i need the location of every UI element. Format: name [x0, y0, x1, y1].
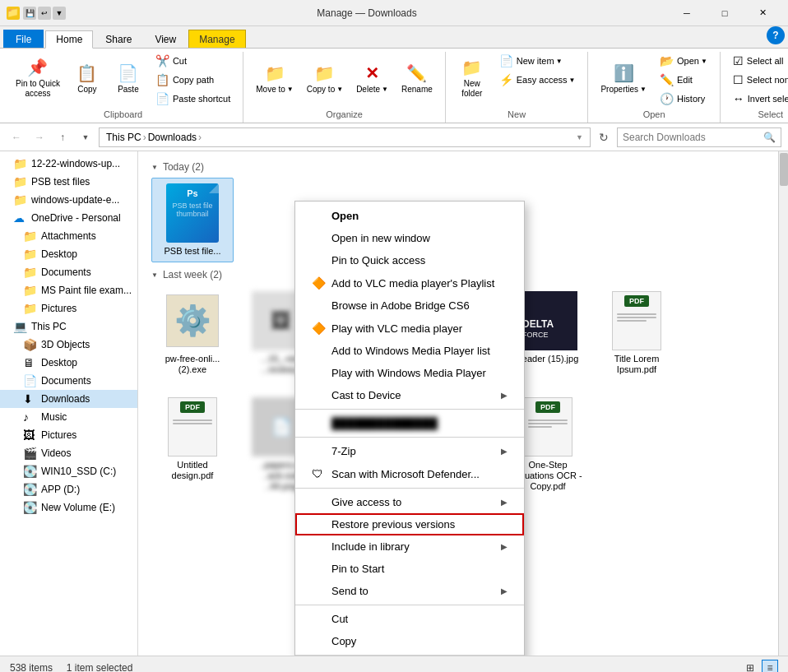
- invert-selection-button[interactable]: ↔ Invert selection: [727, 90, 788, 108]
- paste-label: Paste: [118, 85, 139, 94]
- scrollbar[interactable]: [778, 151, 788, 656]
- file-item-exe[interactable]: ⚙️ pw-free-onli...(2).exe: [151, 285, 234, 381]
- help-button[interactable]: ?: [767, 26, 785, 44]
- ctx-cast-device[interactable]: Cast to Device ▶: [295, 384, 524, 406]
- tab-file[interactable]: File: [3, 30, 44, 48]
- pin-label: Pin to Quickaccess: [16, 79, 60, 99]
- sidebar-item-downloads[interactable]: ⬇ Downloads: [0, 390, 137, 408]
- select-all-button[interactable]: ☑ Select all: [727, 52, 788, 70]
- forward-button[interactable]: →: [30, 127, 49, 147]
- ribbon-group-open: ℹ️ Properties▼ 📂 Open ▼ ✏️ Edit 🕐 Histor…: [588, 52, 720, 123]
- minimize-button[interactable]: ─: [668, 0, 706, 26]
- ctx-cut[interactable]: Cut: [295, 608, 524, 630]
- history-button[interactable]: 🕐 History: [654, 90, 713, 108]
- file-item-title-lorem[interactable]: PDF Title LoremIpsum.pdf: [596, 285, 678, 381]
- ctx-7zip-arrow: ▶: [501, 447, 508, 456]
- ctx-include-library[interactable]: Include in library ▶: [295, 535, 524, 558]
- sidebar-item-app-d[interactable]: 💽 APP (D:): [0, 480, 137, 498]
- select-none-button[interactable]: ☐ Select none: [727, 71, 788, 89]
- refresh-button[interactable]: ↻: [594, 127, 614, 147]
- address-path[interactable]: This PC › Downloads › ▼: [99, 127, 591, 147]
- view-list-button[interactable]: ≡: [762, 660, 778, 673]
- recent-button[interactable]: ▼: [76, 127, 95, 147]
- search-icon: 🔍: [763, 132, 776, 143]
- ctx-restore-prev[interactable]: Restore previous versions: [295, 513, 524, 535]
- ctx-copy[interactable]: Copy: [295, 630, 524, 652]
- status-item-count: 538 items 1 item selected: [10, 662, 132, 673]
- sidebar-item-documents[interactable]: 📄 Documents: [0, 372, 137, 390]
- move-to-button[interactable]: 📁 Move to▼: [250, 52, 299, 104]
- quick-more-btn[interactable]: ▼: [53, 7, 66, 20]
- ctx-pin-start[interactable]: Pin to Start: [295, 558, 524, 580]
- file-item-untitled-design[interactable]: PDF Untitleddesign.pdf: [151, 392, 234, 498]
- copy-path-button[interactable]: 📋 Copy path: [150, 71, 236, 89]
- sidebar-item-onedrive[interactable]: ☁ OneDrive - Personal: [0, 209, 137, 227]
- quick-save-btn[interactable]: 💾: [23, 7, 36, 20]
- properties-button[interactable]: ℹ️ Properties▼: [595, 52, 652, 104]
- sidebar-item-psb-test[interactable]: 📁 PSB test files: [0, 173, 137, 191]
- sidebar-item-documents-od[interactable]: 📁 Documents: [0, 263, 137, 281]
- paste-button[interactable]: 📄 Paste: [109, 52, 148, 104]
- ctx-open-new-window[interactable]: Open in new window: [295, 227, 524, 249]
- sidebar-item-new-volume[interactable]: 💽 New Volume (E:): [0, 498, 137, 517]
- today-section-header[interactable]: Today (2): [145, 158, 781, 174]
- maximize-button[interactable]: □: [706, 0, 744, 26]
- delete-icon: ✕: [365, 63, 379, 83]
- sidebar-item-pictures-od[interactable]: 📁 Pictures: [0, 299, 137, 317]
- ctx-give-access[interactable]: Give access to ▶: [295, 491, 524, 513]
- cut-button[interactable]: ✂️ Cut: [150, 52, 236, 70]
- ctx-open[interactable]: Open: [295, 205, 524, 227]
- ctx-pin-quick-access[interactable]: Pin to Quick access: [295, 249, 524, 271]
- ctx-scan-defender[interactable]: 🛡Scan with Microsoft Defender...: [295, 462, 524, 485]
- music-icon: ♪: [23, 410, 36, 424]
- folder-icon: 📁: [13, 175, 26, 188]
- tab-home[interactable]: Home: [45, 30, 93, 49]
- ctx-blurred-item[interactable]: ██████████████: [295, 412, 524, 434]
- paste-shortcut-button[interactable]: 📄 Paste shortcut: [150, 90, 236, 108]
- sidebar-item-attachments[interactable]: 📁 Attachments: [0, 227, 137, 245]
- ctx-add-wmp[interactable]: Add to Windows Media Player list: [295, 340, 524, 362]
- copy-button[interactable]: 📋 Copy: [67, 52, 107, 104]
- up-button[interactable]: ↑: [53, 127, 72, 147]
- edit-button[interactable]: ✏️ Edit: [654, 71, 713, 89]
- search-input[interactable]: [623, 132, 760, 143]
- tab-manage[interactable]: Manage: [188, 30, 245, 48]
- sidebar-item-mspaint[interactable]: 📁 MS Paint file exam...: [0, 281, 137, 299]
- downloads-icon: ⬇: [23, 392, 36, 406]
- sidebar-item-windows-update[interactable]: 📁 windows-update-e...: [0, 191, 137, 209]
- new-folder-button[interactable]: 📁 Newfolder: [452, 52, 492, 104]
- sidebar-item-music[interactable]: ♪ Music: [0, 408, 137, 426]
- back-button[interactable]: ←: [7, 127, 26, 147]
- quick-undo-btn[interactable]: ↩: [38, 7, 51, 20]
- sidebar-item-win10-ssd[interactable]: 💽 WIN10_SSD (C:): [0, 462, 137, 480]
- sidebar-item-3d-objects[interactable]: 📦 3D Objects: [0, 336, 137, 354]
- pin-quick-access-button[interactable]: 📌 Pin to Quickaccess: [10, 52, 66, 104]
- ctx-add-vlc-playlist[interactable]: 🔶Add to VLC media player's Playlist: [295, 271, 524, 294]
- view-grid-button[interactable]: ⊞: [742, 660, 758, 673]
- sidebar-item-12-22-windows[interactable]: 📁 12-22-windows-up...: [0, 155, 137, 173]
- open-button[interactable]: 📂 Open ▼: [654, 52, 713, 70]
- delete-button[interactable]: ✕ Delete▼: [350, 52, 394, 104]
- scrollbar-thumb[interactable]: [780, 153, 788, 186]
- sidebar-item-pictures[interactable]: 🖼 Pictures: [0, 426, 137, 444]
- clipboard-label: Clipboard: [10, 108, 236, 123]
- file-item-psb[interactable]: Ps PSB test file thumbnail PSB test file…: [151, 178, 234, 262]
- copy-to-button[interactable]: 📁 Copy to▼: [301, 52, 349, 104]
- sidebar-item-desktop-od[interactable]: 📁 Desktop: [0, 245, 137, 263]
- close-button[interactable]: ✕: [744, 0, 781, 26]
- easy-access-button[interactable]: ⚡ Easy access ▼: [494, 71, 582, 89]
- ctx-play-vlc[interactable]: 🔶Play with VLC media player: [295, 317, 524, 340]
- tab-view[interactable]: View: [144, 30, 187, 48]
- sidebar-item-videos[interactable]: 🎬 Videos: [0, 444, 137, 462]
- sidebar-item-desktop[interactable]: 🖥 Desktop: [0, 354, 137, 372]
- ctx-send-to[interactable]: Send to ▶: [295, 580, 524, 602]
- rename-button[interactable]: ✏️ Rename: [396, 52, 438, 104]
- sidebar-item-this-pc[interactable]: 💻 This PC: [0, 317, 137, 336]
- app-icon: 📁: [7, 7, 20, 20]
- edit-icon: ✏️: [660, 73, 674, 86]
- ctx-browse-adobe[interactable]: Browse in Adobe Bridge CS6: [295, 294, 524, 317]
- tab-share[interactable]: Share: [95, 30, 142, 48]
- ctx-7zip[interactable]: 7-Zip ▶: [295, 440, 524, 462]
- new-item-button[interactable]: 📄 New item ▼: [494, 52, 582, 70]
- ctx-play-wmp[interactable]: Play with Windows Media Player: [295, 362, 524, 384]
